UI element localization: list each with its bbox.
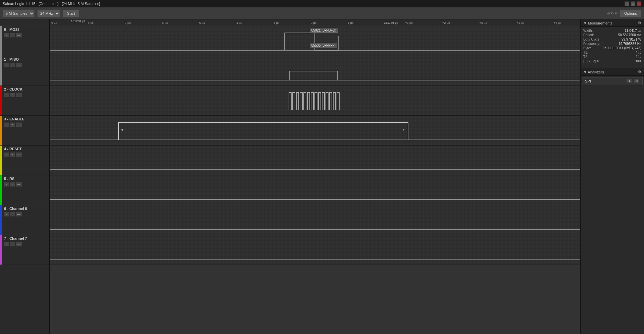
ch5-btn1[interactable]: ⌐ <box>4 182 9 187</box>
channel-0-buttons[interactable]: ⌐ ¬ — <box>4 33 48 38</box>
frequency-select[interactable]: 24 MHz <box>37 10 60 17</box>
ch5-btn3[interactable]: — <box>16 182 22 187</box>
close-button[interactable]: ✕ <box>637 1 641 6</box>
t1-value: ### <box>636 51 641 54</box>
measurements-header[interactable]: ▼ Measurements ⚙ <box>581 19 644 27</box>
ruler-tick-p5: +5 µs <box>554 21 561 24</box>
analyzer-spi-settings[interactable]: ⚙ <box>634 79 640 84</box>
ch1-btn2[interactable]: ¬ <box>10 63 15 67</box>
channel-6-name: 6 - Channel 6 <box>4 207 48 211</box>
minimize-button[interactable]: ─ <box>625 1 629 6</box>
channel-7-buttons[interactable]: ⌐ ¬ — <box>4 242 48 246</box>
channel-2-buttons[interactable]: ⌐ ¬ — <box>4 93 48 97</box>
period-label: Period: <box>583 33 594 37</box>
analyzers-header[interactable]: ▼ Analyzers ⚙ <box>581 68 644 76</box>
ruler-tick-neg3: -3 µs <box>273 21 279 24</box>
mosi-decode-1-text: 65021 (0xFDFD) <box>311 29 336 32</box>
waveform-row-4[interactable] <box>50 146 580 175</box>
channel-2-name: 2 - CLOCK <box>4 87 48 91</box>
ruler-tick-neg4: -4 µs <box>235 21 242 24</box>
ch7-btn2[interactable]: ¬ <box>10 242 15 246</box>
channel-panel: 0 - MOSI ⌐ ¬ — 1 - MISO ⌐ ¬ — <box>0 19 50 334</box>
channel-6-buttons[interactable]: ⌐ ¬ — <box>4 212 48 217</box>
ch6-btn3[interactable]: — <box>16 212 22 217</box>
freq-row: Frequency: 19.7695855 Hz <box>583 42 641 46</box>
waveform-row-3[interactable]: ◄ ► <box>50 116 580 146</box>
ch0-btn1[interactable]: ⌐ <box>4 33 9 38</box>
channel-5-buttons[interactable]: ⌐ ¬ — <box>4 182 48 187</box>
ch6-btn1[interactable]: ⌐ <box>4 212 9 217</box>
ch6-waveform <box>50 205 580 235</box>
samples-select[interactable]: 5 M Samples <box>3 10 35 17</box>
mosi-decode-2-text: 65535 (0xFFFF) <box>311 44 336 47</box>
time-ruler[interactable]: -9 µs -8 µs -7 µs -6 µs -5 µs -4 µs -3 µ… <box>50 19 580 26</box>
maximize-button[interactable]: □ <box>631 1 635 6</box>
rs-waveform <box>50 175 580 205</box>
channel-row-0: 0 - MOSI ⌐ ¬ — <box>0 26 49 56</box>
ch3-btn1[interactable]: ⌐ <box>4 122 9 127</box>
ruler-tick-neg8: -8 µs <box>87 21 94 24</box>
period-row: Period: 50.5827500 ms <box>583 33 641 37</box>
channel-1-buttons[interactable]: ⌐ ¬ — <box>4 63 48 67</box>
measurements-settings-icon[interactable]: ⚙ <box>638 21 641 25</box>
t1-label: T1: <box>583 51 588 54</box>
channel-row-6: 6 - Channel 6 ⌐ ¬ — <box>0 205 49 235</box>
main-layout: 0 - MOSI ⌐ ¬ — 1 - MISO ⌐ ¬ — <box>0 19 644 334</box>
mosi-decode-2: 65535 (0xFFFF) <box>310 43 337 48</box>
analyzer-spi-name: SPI <box>585 79 591 83</box>
ch7-btn1[interactable]: ⌐ <box>4 242 9 246</box>
ch3-btn2[interactable]: ¬ <box>10 122 15 127</box>
waveform-row-7[interactable] <box>50 235 580 265</box>
ch4-btn2[interactable]: ¬ <box>10 152 15 157</box>
byte-label: Byte: <box>583 46 591 50</box>
measurements-title: ▼ Measurements <box>583 21 612 25</box>
enable-waveform: ◄ ► <box>50 116 580 145</box>
channel-3-name: 3 - ENABLE <box>4 117 48 121</box>
svg-text:►: ► <box>402 128 405 131</box>
channel-4-buttons[interactable]: ⌐ ¬ — <box>4 152 48 157</box>
duty-label: Duty Cycle: <box>583 38 600 41</box>
ch5-btn2[interactable]: ¬ <box>10 182 15 187</box>
waveform-row-1[interactable] <box>50 56 580 86</box>
analyzers-title: ▼ Analyzers <box>583 70 604 74</box>
channel-row-4: 4 - RESET ⌐ ¬ — <box>0 146 49 175</box>
waveform-row-5[interactable] <box>50 175 580 205</box>
titlebar: Saleae Logic 1.1.15 - [Connected] - [24 … <box>0 0 644 7</box>
ch7-btn3[interactable]: — <box>16 242 22 246</box>
waveform-area[interactable]: -9 µs -8 µs -7 µs -6 µs -5 µs -4 µs -3 µ… <box>50 19 580 334</box>
waveform-row-2[interactable] <box>50 86 580 116</box>
analyzer-spi-buttons[interactable]: ▼ ⚙ <box>626 79 640 84</box>
title-text: Saleae Logic 1.1.15 - [Connected] - [24 … <box>3 2 100 6</box>
waveform-row-6[interactable] <box>50 205 580 235</box>
ch0-btn3[interactable]: — <box>16 33 22 38</box>
waveform-row-0[interactable]: 65021 (0xFDFD) 65535 (0xFFFF) <box>50 26 580 56</box>
ch2-btn3[interactable]: — <box>16 93 22 97</box>
miso-waveform <box>50 56 580 86</box>
analyzer-spi-filter[interactable]: ▼ <box>626 79 633 84</box>
ch6-btn2[interactable]: ¬ <box>10 212 15 217</box>
waveform-tracks[interactable]: 65021 (0xFDFD) 65535 (0xFFFF) <box>50 26 580 334</box>
channel-4-name: 4 - RESET <box>4 147 48 151</box>
ch3-btn3[interactable]: — <box>16 122 22 127</box>
ch4-btn1[interactable]: ⌐ <box>4 152 9 157</box>
t1t2-value: ### <box>636 59 641 63</box>
ch1-btn3[interactable]: — <box>16 63 22 67</box>
ruler-tick-neg2: -2 µs <box>310 21 316 24</box>
start-button[interactable]: Start <box>63 10 79 17</box>
t1-row: T1: ### <box>583 51 641 54</box>
analyzers-settings-icon[interactable]: ⚙ <box>638 70 641 74</box>
measurements-content: Width: 11.0417 µs Period: 50.5827500 ms … <box>581 27 644 66</box>
ch1-btn1[interactable]: ⌐ <box>4 63 9 67</box>
ch0-btn2[interactable]: ¬ <box>10 33 15 38</box>
ch2-btn2[interactable]: ¬ <box>10 93 15 97</box>
window-controls[interactable]: ─ □ ✕ <box>625 1 641 6</box>
duty-row: Duty Cycle: 99.978171 % <box>583 38 641 41</box>
freq-value: 19.7695855 Hz <box>618 42 641 46</box>
channel-0-name: 0 - MOSI <box>4 27 48 32</box>
channel-3-buttons[interactable]: ⌐ ¬ — <box>4 122 48 127</box>
ch2-btn1[interactable]: ⌐ <box>4 93 9 97</box>
ch4-btn3[interactable]: — <box>16 152 22 157</box>
ruler-tick-neg1: -1 µs <box>347 21 353 24</box>
t1t2-row: |T1 - T2| = ### <box>583 59 641 63</box>
options-button[interactable]: Options <box>620 10 641 17</box>
